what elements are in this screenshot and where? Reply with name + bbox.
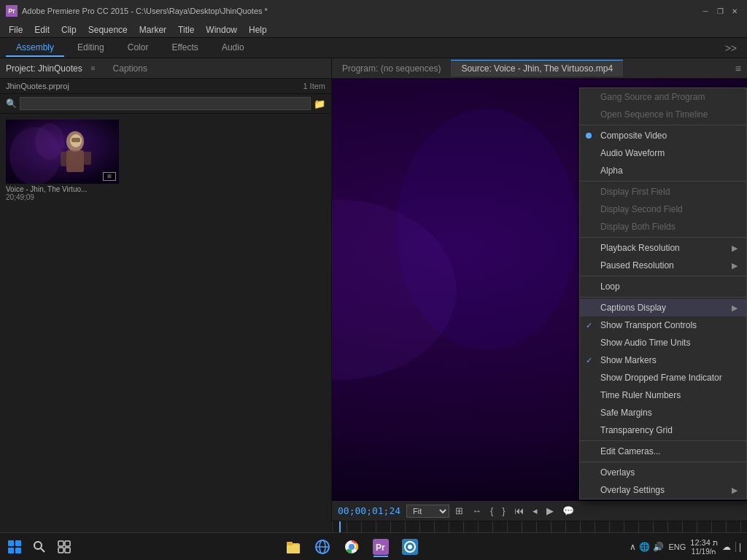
menu-window[interactable]: Window: [200, 23, 243, 36]
monitor-tab-menu-icon[interactable]: ≡: [729, 61, 747, 76]
tab-effects[interactable]: Effects: [161, 39, 208, 57]
tab-editing[interactable]: Editing: [67, 39, 115, 57]
context-menu-item-composite-video[interactable]: Composite Video: [580, 127, 746, 144]
context-menu-item-show-markers[interactable]: ✓Show Markers: [580, 351, 746, 369]
play-button[interactable]: ▶: [543, 504, 557, 518]
menu-item-label: Audio Waveform: [600, 148, 738, 158]
minimize-button[interactable]: ─: [699, 4, 712, 18]
premiere-icon: Pr: [373, 539, 389, 555]
project-panel-title: Project: JhinQuotes: [6, 63, 82, 74]
project-file-row: JhinQuotes.prproj 1 Item: [0, 79, 331, 94]
svg-point-44: [408, 545, 412, 549]
program-monitor-tab[interactable]: Program: (no sequences): [332, 61, 451, 77]
chrome-icon: [344, 539, 360, 555]
svg-text:Pr: Pr: [376, 542, 385, 553]
context-menu-item-playback-resolution[interactable]: Playback Resolution▶: [580, 239, 746, 257]
mark-in-button[interactable]: {: [487, 504, 496, 518]
system-clock[interactable]: 12:34 ת ח/11/19: [690, 538, 718, 556]
clip-duration: 20;49;09: [6, 193, 119, 201]
tab-more-button[interactable]: >>: [721, 41, 741, 55]
menu-edit[interactable]: Edit: [28, 23, 55, 36]
restore-button[interactable]: ❐: [713, 4, 727, 18]
start-button[interactable]: [3, 535, 26, 559]
context-menu-item-loop[interactable]: Loop: [580, 278, 746, 295]
source-monitor-tab[interactable]: Source: Voice - Jhin, The Virtuoso.mp4: [451, 60, 623, 77]
menu-item-label: Loop: [600, 281, 738, 292]
tab-assembly[interactable]: Assembly: [6, 39, 64, 57]
fit-dropdown[interactable]: Fit 25% 50% 100%: [406, 505, 449, 518]
menu-title[interactable]: Title: [172, 23, 200, 36]
folder-icon[interactable]: 📁: [314, 98, 325, 109]
volume-icon[interactable]: 🔊: [653, 542, 664, 552]
svg-rect-4: [84, 152, 91, 165]
expand-button[interactable]: ↔: [469, 504, 484, 518]
menu-bar: File Edit Clip Sequence Marker Title Win…: [0, 22, 747, 38]
chat-icon-button[interactable]: 💬: [560, 504, 577, 518]
context-menu-item-overlays[interactable]: Overlays: [580, 464, 746, 481]
thumbnail-svg: [6, 120, 119, 184]
taskbar-left: [0, 535, 79, 559]
clock-date: ח/11/19: [690, 548, 718, 556]
go-to-in-button[interactable]: ⏮: [511, 504, 527, 518]
context-menu-item-transparency-grid[interactable]: Transparency Grid: [580, 421, 746, 439]
menu-file[interactable]: File: [3, 23, 28, 36]
extra-app-taskbar[interactable]: [397, 535, 423, 559]
svg-point-8: [35, 123, 64, 160]
app-icon: Pr: [6, 5, 18, 17]
context-menu-item-display-second-field: Display Second Field: [580, 201, 746, 218]
file-explorer-icon: [285, 539, 301, 555]
svg-rect-25: [15, 548, 21, 553]
context-menu-item-show-dropped-frame[interactable]: Show Dropped Frame Indicator: [580, 369, 746, 386]
svg-point-18: [396, 109, 577, 350]
context-menu-item-paused-resolution[interactable]: Paused Resolution▶: [580, 257, 746, 274]
step-back-button[interactable]: ◂: [530, 504, 541, 518]
svg-rect-28: [58, 541, 63, 546]
menu-item-label: Display Second Field: [600, 204, 738, 214]
context-menu-item-alpha[interactable]: Alpha: [580, 162, 746, 179]
task-view-button[interactable]: [53, 535, 76, 559]
mark-out-button[interactable]: }: [499, 504, 508, 518]
chrome-taskbar[interactable]: [338, 535, 365, 559]
language-indicator[interactable]: ENG: [668, 542, 686, 551]
browser-icon: [314, 539, 330, 555]
browser-taskbar[interactable]: [309, 535, 336, 559]
captions-tab[interactable]: Captions: [113, 63, 147, 74]
premiere-taskbar[interactable]: Pr: [368, 535, 394, 559]
tab-audio[interactable]: Audio: [212, 39, 255, 57]
context-menu-item-show-transport-controls[interactable]: ✓Show Transport Controls: [580, 316, 746, 334]
project-panel-menu-icon[interactable]: ≡: [91, 64, 96, 72]
close-button[interactable]: ✕: [728, 4, 741, 18]
menu-marker[interactable]: Marker: [133, 23, 172, 36]
submenu-arrow-icon: ▶: [732, 486, 738, 495]
menu-help[interactable]: Help: [243, 23, 273, 36]
context-menu-item-audio-waveform[interactable]: Audio Waveform: [580, 144, 746, 162]
menu-separator: [580, 462, 746, 462]
tab-color[interactable]: Color: [117, 39, 159, 57]
svg-point-39: [349, 544, 355, 550]
context-menu-item-time-ruler-numbers[interactable]: Time Ruler Numbers: [580, 386, 746, 404]
timeline-scrubber[interactable]: [332, 521, 747, 532]
menu-item-label: Overlay Settings: [600, 485, 732, 495]
radio-dot-icon: [586, 133, 592, 139]
menu-clip[interactable]: Clip: [55, 23, 82, 36]
context-menu-item-gang-source: Gang Source and Program: [580, 88, 746, 106]
monitor-controls: 00;00;01;24 Fit 25% 50% 100% ⊞ ↔ { } ⏮ ◂…: [332, 501, 747, 521]
search-taskbar-button[interactable]: [28, 535, 51, 559]
search-input[interactable]: [20, 97, 311, 110]
context-menu-item-overlay-settings[interactable]: Overlay Settings▶: [580, 481, 746, 499]
context-menu-item-safe-margins[interactable]: Safe Margins: [580, 404, 746, 421]
context-menu-item-show-audio-time-units[interactable]: Show Audio Time Units: [580, 334, 746, 351]
project-filename: JhinQuotes.prproj: [6, 82, 69, 90]
clip-thumbnail[interactable]: ⊞ Voice - Jhin, The Virtuo... 20;49;09: [6, 120, 119, 201]
menu-item-label: Edit Cameras...: [600, 446, 738, 456]
show-desktop-button[interactable]: |: [735, 542, 741, 552]
file-explorer-taskbar[interactable]: [280, 535, 306, 559]
context-menu-item-captions-display[interactable]: Captions Display▶: [580, 299, 746, 316]
context-menu-item-edit-cameras[interactable]: Edit Cameras...: [580, 443, 746, 460]
up-arrow-icon[interactable]: ∧: [630, 542, 636, 552]
menu-sequence[interactable]: Sequence: [82, 23, 133, 36]
network-icon[interactable]: 🌐: [639, 542, 650, 552]
project-panel-header: Project: JhinQuotes ≡ Captions: [0, 58, 331, 79]
taskbar: Pr ∧ 🌐 🔊 ENG 12:34 ת ח/11/19 ☁ |: [0, 532, 747, 560]
grid-icon-button[interactable]: ⊞: [452, 504, 466, 518]
